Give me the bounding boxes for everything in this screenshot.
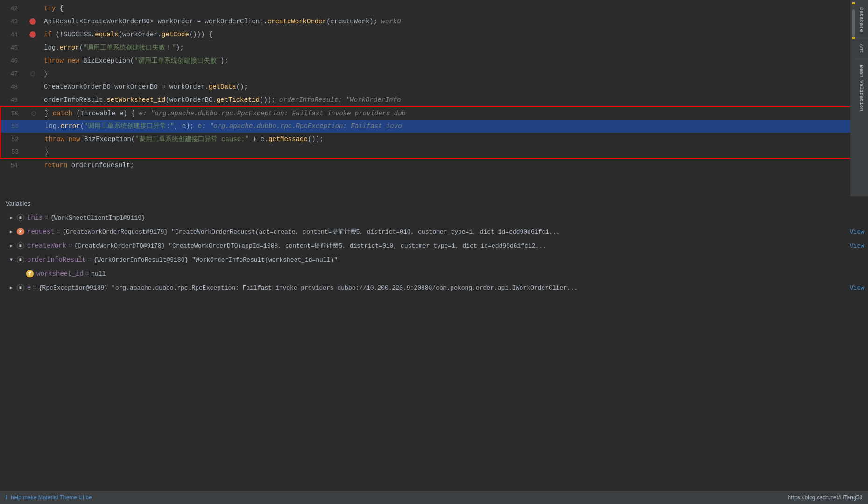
code-token: equals bbox=[95, 31, 118, 38]
code-line-52: 52 throw new BizException("调用工单系统创建接口异常 … bbox=[0, 133, 868, 146]
code-token: } bbox=[45, 110, 53, 117]
var-equals-worksheet-id: = bbox=[85, 270, 89, 277]
var-row-request[interactable]: ▶ P request = {CreateWorkOrderRequest@91… bbox=[0, 225, 868, 239]
code-token: (workOrderBO. bbox=[165, 96, 216, 104]
var-name-orderinforesult: orderInfoResult bbox=[27, 256, 86, 263]
code-token: (); bbox=[236, 83, 248, 91]
line-num-44: 44 bbox=[0, 31, 23, 38]
code-token: "调用工单系统创建接口异常 cause:" bbox=[135, 135, 249, 143]
code-line-54: 54 return orderInfoResult; bbox=[0, 159, 868, 172]
type-icon-request: P bbox=[17, 228, 24, 235]
code-token: workOrderBO = workOrder. bbox=[114, 83, 209, 91]
code-token: ( bbox=[76, 110, 80, 117]
bookmark-47: ⬡ bbox=[30, 71, 35, 78]
var-name-e: e bbox=[27, 284, 31, 291]
view-link-e[interactable]: View bbox=[850, 284, 864, 291]
line-content-53: } bbox=[43, 145, 867, 158]
var-row-e[interactable]: ▶ ≡ e = {RpcException@9189} "org.apache.… bbox=[0, 281, 868, 295]
var-row-worksheet-id[interactable]: f worksheet_id = null bbox=[0, 267, 868, 281]
line-num-52: 52 bbox=[1, 136, 24, 143]
line-num-47: 47 bbox=[0, 71, 23, 78]
code-token: getData bbox=[209, 83, 236, 91]
line-content-49: orderInfoResult.setWorksheet_id(workOrde… bbox=[42, 93, 868, 106]
var-equals-this: = bbox=[45, 214, 49, 221]
sidebar-tab-bean[interactable]: Bean Validation bbox=[857, 61, 866, 115]
expand-request[interactable]: ▶ bbox=[7, 228, 15, 235]
view-link-request[interactable]: View bbox=[850, 228, 864, 235]
code-token: ())) { bbox=[189, 31, 212, 38]
status-url[interactable]: https://blog.csdn.net/LiTeng58 bbox=[788, 494, 862, 501]
code-comment: orderInfoResult: "WorkOrderInfo bbox=[279, 96, 401, 104]
line-content-54: return orderInfoResult; bbox=[42, 159, 868, 172]
code-editor: 42 try { 43 ApiResult<CreateWorkOrderBO bbox=[0, 0, 868, 196]
code-token-throw2: throw bbox=[45, 135, 68, 143]
breakpoint-43[interactable] bbox=[29, 18, 36, 25]
sidebar-tab-database[interactable]: Database bbox=[857, 4, 866, 36]
line-num-43: 43 bbox=[0, 18, 23, 25]
code-token: "调用工单系统创建接口异常:" bbox=[84, 122, 174, 130]
expand-this[interactable]: ▶ bbox=[7, 214, 15, 221]
code-line-51: 51 log.error("调用工单系统创建接口异常:", e); e: "or… bbox=[0, 120, 868, 133]
line-num-54: 54 bbox=[0, 162, 23, 169]
code-token: ( bbox=[131, 135, 135, 143]
editor-wrapper: 42 try { 43 ApiResult<CreateWorkOrderBO bbox=[0, 0, 868, 196]
view-link-creatework[interactable]: View bbox=[850, 242, 864, 249]
status-info-text: help make Material Theme UI be bbox=[11, 494, 92, 501]
code-token: new bbox=[68, 135, 84, 143]
code-token-throw: throw bbox=[44, 57, 67, 64]
code-token: workOrderClient. bbox=[205, 18, 267, 25]
sidebar-tab-ant[interactable]: Ant bbox=[857, 40, 866, 57]
var-name-creatework: createWork bbox=[27, 242, 66, 249]
code-line-53: 53 } bbox=[0, 146, 868, 159]
gutter-50: ⬡ bbox=[24, 110, 43, 117]
code-token: orderInfoResult; bbox=[71, 162, 134, 169]
line-num-51: 51 bbox=[1, 123, 24, 130]
var-row-this[interactable]: ▶ ≡ this = {WorkSheetClientImpl@9119} bbox=[0, 211, 868, 225]
code-token: } bbox=[44, 70, 48, 78]
code-token-error: error bbox=[61, 122, 80, 130]
expand-e[interactable]: ▶ bbox=[7, 284, 15, 291]
expand-creatework[interactable]: ▶ bbox=[7, 242, 15, 249]
var-value-this: {WorkSheetClientImpl@9119} bbox=[50, 214, 864, 221]
main-container: 42 try { 43 ApiResult<CreateWorkOrderBO bbox=[0, 0, 868, 504]
code-token-try: try bbox=[44, 5, 60, 12]
code-token: CreateWorkOrderBO bbox=[44, 83, 114, 91]
var-equals-e: = bbox=[33, 284, 36, 291]
code-token: log. bbox=[45, 122, 61, 130]
code-token: getTicketid bbox=[217, 96, 260, 104]
var-equals-creatework: = bbox=[68, 242, 72, 249]
line-content-52: throw new BizException("调用工单系统创建接口异常 cau… bbox=[43, 133, 867, 146]
scrollbar-thumb[interactable] bbox=[852, 9, 855, 37]
code-token: (workOrder. bbox=[119, 31, 162, 38]
code-token-return: return bbox=[44, 162, 71, 169]
code-token: getCode bbox=[162, 31, 189, 38]
code-line-43: 43 ApiResult<CreateWorkOrderBO> workOrde… bbox=[0, 15, 868, 28]
line-num-53: 53 bbox=[1, 149, 24, 156]
breakpoint-44[interactable] bbox=[29, 31, 36, 38]
line-num-48: 48 bbox=[0, 84, 23, 91]
var-row-creatework[interactable]: ▶ ≡ createWork = {CreateWorkOrderDTO@917… bbox=[0, 239, 868, 253]
code-token: ( bbox=[130, 57, 134, 64]
code-token: , e); bbox=[174, 122, 194, 130]
code-token: setWorksheet_id bbox=[106, 96, 165, 104]
code-comment: workO bbox=[381, 18, 401, 25]
code-token: (! bbox=[56, 31, 64, 38]
var-equals-request: = bbox=[56, 228, 60, 235]
line-num-45: 45 bbox=[0, 44, 23, 51]
expand-orderinforesult[interactable]: ▼ bbox=[7, 256, 15, 263]
line-content-42: try { bbox=[42, 2, 868, 15]
code-token: e) { bbox=[120, 110, 135, 117]
code-token-catch: catch bbox=[53, 110, 76, 117]
code-line-50: 50 ⬡ } catch (Throwable e) { e: "org.apa… bbox=[0, 106, 868, 120]
status-bar: ℹ help make Material Theme UI be https:/… bbox=[0, 491, 868, 504]
code-token: (createWork); bbox=[326, 18, 377, 25]
var-value-request: {CreateWorkOrderRequest@9179} "CreateWor… bbox=[62, 227, 846, 236]
code-token: + e. bbox=[249, 135, 268, 143]
code-token: ); bbox=[220, 57, 228, 64]
var-row-orderinforesult[interactable]: ▼ ≡ orderInfoResult = {WorkOrderInfoResu… bbox=[0, 253, 868, 267]
code-token: } bbox=[45, 148, 49, 156]
gutter-47: ⬡ bbox=[23, 71, 42, 78]
scrollbar-area[interactable] bbox=[850, 0, 855, 196]
code-token: new bbox=[67, 57, 83, 64]
line-num-42: 42 bbox=[0, 5, 23, 12]
